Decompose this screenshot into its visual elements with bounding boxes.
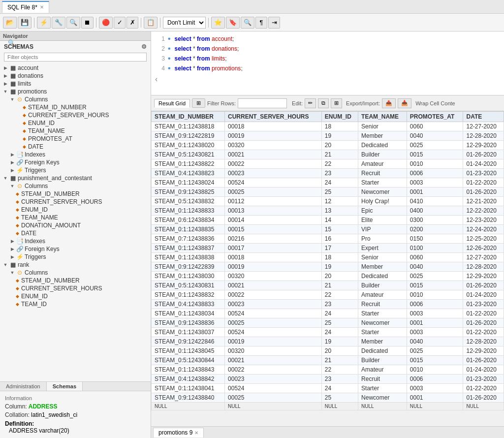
- data-table-container[interactable]: STEAM_ID_NUMBERCURRENT_SERVER_HOURSENUM_…: [151, 111, 504, 426]
- filter-rows-input[interactable]: [238, 98, 287, 108]
- sidebar-tab-schemas[interactable]: Schemas: [47, 382, 83, 391]
- table-row[interactable]: STEAM_0:1:124388220002222Amateur001001-2…: [152, 159, 504, 169]
- schemas-gear-icon[interactable]: ⚙: [141, 43, 147, 50]
- table-row[interactable]: STEAM_0:1:124388430002222Amateur001001-2…: [152, 365, 504, 375]
- x-button[interactable]: ✗: [126, 17, 138, 29]
- tree-item-rank-curr[interactable]: ◆ CURRENT_SERVER_HOURS: [0, 284, 151, 292]
- tree-item-pac-steam[interactable]: ◆ STEAM_ID_NUMBER: [0, 190, 151, 198]
- tree-item-prom-fk[interactable]: ▶ 🔗 Foreign Keys: [0, 158, 151, 166]
- table-row[interactable]: STEAM_0:1:124380450032020Dedicated002512…: [152, 346, 504, 356]
- tree-item-promotions-columns[interactable]: ▼ ⊙ Columns: [0, 95, 151, 103]
- save-button[interactable]: 💾: [18, 17, 32, 29]
- table-row[interactable]: STEAM_0:1:124388330001313Epic040012-22-2…: [152, 206, 504, 216]
- explain-button[interactable]: 🔍: [66, 17, 80, 29]
- col-header-enum-id[interactable]: ENUM_ID: [321, 112, 358, 122]
- table-row[interactable]: STEAM_0:9:124388360002525Newcomer000101-…: [152, 318, 504, 328]
- col-header-current-server-hours[interactable]: CURRENT_SERVER_HOURS: [225, 112, 322, 122]
- col-header-promotes-at[interactable]: PROMOTES_AT: [407, 112, 463, 122]
- snippet-button[interactable]: 📋: [144, 17, 158, 29]
- tree-item-pac[interactable]: ▼ ▦ punishment_and_contestant: [0, 174, 151, 182]
- execute-button[interactable]: ⚡: [37, 17, 51, 29]
- table-row[interactable]: STEAM_0:4:124388230002323Recruit000601-2…: [152, 169, 504, 178]
- table-row[interactable]: STEAM_0:4:124388420002323Recruit000601-2…: [152, 375, 504, 384]
- tree-item-pac-team[interactable]: ◆ TEAM_NAME: [0, 214, 151, 221]
- execute-current-button[interactable]: 🔧: [52, 17, 65, 29]
- tree-item-prom-date[interactable]: ◆ DATE: [0, 143, 151, 151]
- star-button[interactable]: ⭐: [211, 17, 225, 29]
- table-row[interactable]: STEAM_0:1:124388350001515VIP020012-24-20…: [152, 225, 504, 234]
- table-row[interactable]: STEAM_0:1:124380340052424Starter000301-2…: [152, 309, 504, 318]
- table-row[interactable]: STEAM_0:1:124388320002222Amateur001001-2…: [152, 290, 504, 300]
- check-button[interactable]: ✓: [114, 17, 126, 29]
- table-row[interactable]: STEAM_0:4:124388330002323Recruit000601-2…: [152, 300, 504, 309]
- col-header-steam-id-number[interactable]: STEAM_ID_NUMBER: [152, 112, 225, 122]
- tree-item-rank-teamid[interactable]: ◆ TEAM_ID: [0, 300, 151, 308]
- table-row[interactable]: STEAM_0:5:124308440002121Builder001501-2…: [152, 356, 504, 365]
- tree-item-enum-id[interactable]: ◆ ENUM_ID: [0, 119, 151, 127]
- table-row[interactable]: STEAM_0:1:124380300032020Dedicated002512…: [152, 272, 504, 281]
- tree-item-prom-indexes[interactable]: ▶ 📑 Indexes: [0, 151, 151, 158]
- tree-item-pac-columns[interactable]: ▼ ⊙ Columns: [0, 182, 151, 190]
- table-row[interactable]: STEAM_0:6:124388340001414Elite030012-23-…: [152, 216, 504, 225]
- tree-item-account[interactable]: ▶ ▦ account: [0, 64, 151, 72]
- table-row[interactable]: STEAM_0:7:124388360021616Pro015012-25-20…: [152, 234, 504, 244]
- toggle-button[interactable]: 🔴: [99, 17, 113, 29]
- tree-item-limits[interactable]: ▶ ▦ limits: [0, 80, 151, 88]
- tab-close-icon[interactable]: ✕: [40, 4, 44, 10]
- table-row[interactable]: STEAM_0:9:124228390001919Member004012-28…: [152, 262, 504, 272]
- tree-item-pac-triggers[interactable]: ▶ ⚡ Triggers: [0, 253, 151, 261]
- sql-collapse-arrow[interactable]: ‹: [151, 73, 504, 85]
- edit-copy-btn[interactable]: ⧉: [318, 98, 329, 108]
- limit-select[interactable]: Don't Limit 1000 rows 200 rows 50 rows: [163, 17, 206, 29]
- table-row[interactable]: STEAM_0:1:124380240052424Starter000301-2…: [152, 178, 504, 188]
- tree-item-promotions[interactable]: ▼ ▦ promotions: [0, 88, 151, 95]
- tree-item-pac-date[interactable]: ◆ DATE: [0, 229, 151, 237]
- indent-button[interactable]: ⇥: [268, 17, 280, 29]
- table-row[interactable]: STEAM_0:1:124380370052424Starter000301-2…: [152, 328, 504, 337]
- table-row[interactable]: STEAM_0:1:124380200032020Dedicated002512…: [152, 141, 504, 150]
- tree-item-pac-enum[interactable]: ◆ ENUM_ID: [0, 206, 151, 214]
- table-row[interactable]: STEAM_0:9:124228460001919Member004012-28…: [152, 337, 504, 346]
- tree-item-rank-steam[interactable]: ◆ STEAM_ID_NUMBER: [0, 277, 151, 284]
- sql-file-tab[interactable]: SQL File 8* ✕: [2, 1, 49, 13]
- table-row[interactable]: STEAM_0:5:124308210002121Builder001501-2…: [152, 150, 504, 159]
- open-button[interactable]: 📂: [3, 17, 17, 29]
- bottom-tab-promotions[interactable]: promotions 9 ✕: [153, 428, 204, 438]
- sidebar-tab-admin[interactable]: Administration: [0, 382, 47, 391]
- tree-item-team-name[interactable]: ◆ TEAM_NAME: [0, 127, 151, 135]
- tree-item-rank-enum[interactable]: ◆ ENUM_ID: [0, 292, 151, 300]
- tree-item-donations[interactable]: ▶ ▦ donations: [0, 72, 151, 80]
- para-button[interactable]: ¶: [255, 17, 267, 29]
- sql-editor[interactable]: 1 • select * from account ; 2 • select *…: [151, 31, 504, 95]
- result-grid-btn[interactable]: Result Grid: [154, 99, 190, 108]
- import-btn[interactable]: 📥: [398, 98, 411, 108]
- filter-input[interactable]: [4, 53, 147, 62]
- table-row[interactable]: STEAM_0:9:124388250002525Newcomer000101-…: [152, 188, 504, 197]
- col-header-date[interactable]: DATE: [463, 112, 504, 122]
- tree-item-current-server[interactable]: ◆ CURRENT_SERVER_HOURS: [0, 111, 151, 119]
- table-row[interactable]: STEAM_0:1:124388370001717Expert010012-26…: [152, 244, 504, 253]
- tree-item-pac-curr[interactable]: ◆ CURRENT_SERVER_HOURS: [0, 198, 151, 206]
- table-row[interactable]: STEAM_0:1:124380410052424Starter000301-2…: [152, 384, 504, 393]
- export-btn[interactable]: 📤: [382, 98, 396, 108]
- table-row[interactable]: STEAM_0:9:124228190001919Member004012-28…: [152, 131, 504, 141]
- stop-button[interactable]: ⏹: [81, 17, 94, 29]
- col-header-team-name[interactable]: TEAM_NAME: [358, 112, 407, 122]
- tree-item-pac-donation[interactable]: ◆ DONATION_AMOUNT: [0, 221, 151, 229]
- tree-item-pac-fk[interactable]: ▶ 🔗 Foreign Keys: [0, 245, 151, 253]
- edit-paste-btn[interactable]: ⊞: [331, 98, 342, 108]
- tree-item-pac-indexes[interactable]: ▶ 📑 Indexes: [0, 237, 151, 245]
- tree-item-steam-id[interactable]: ◆ STEAM_ID_NUMBER: [0, 103, 151, 111]
- table-row[interactable]: STEAM_0:5:124308310002121Builder001501-2…: [152, 281, 504, 290]
- table-row[interactable]: STEAM_0:1:124388180001818Senior006012-27…: [152, 122, 504, 131]
- tree-item-rank[interactable]: ▼ ▦ rank: [0, 261, 151, 269]
- search2-button[interactable]: 🔍: [241, 17, 254, 29]
- tree-item-rank-columns[interactable]: ▼ ⊙ Columns: [0, 269, 151, 277]
- table-row[interactable]: STEAM_0:1:124388380001818Senior006012-27…: [152, 253, 504, 262]
- tree-item-prom-triggers[interactable]: ▶ ⚡ Triggers: [0, 166, 151, 174]
- bottom-tab-close[interactable]: ✕: [194, 430, 198, 436]
- table-row[interactable]: STEAM_0:5:124388320011212Holy Crap!04101…: [152, 197, 504, 206]
- bookmark-button[interactable]: 🔖: [226, 17, 240, 29]
- table-icon-btn[interactable]: ⊞: [192, 98, 205, 108]
- table-row[interactable]: STEAM_0:9:124388400002525Newcomer000101-…: [152, 393, 504, 403]
